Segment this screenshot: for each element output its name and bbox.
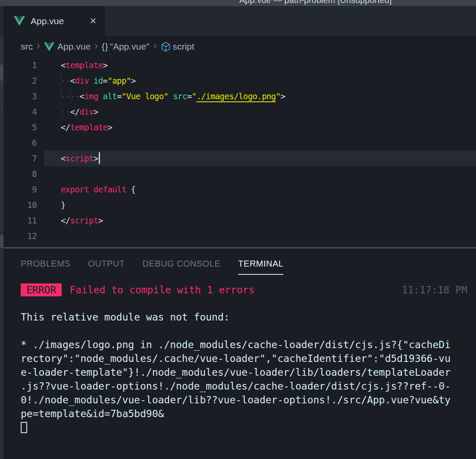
tab-label: App.vue — [31, 16, 64, 26]
close-tab-icon[interactable]: ✕ — [90, 16, 97, 26]
terminal-output[interactable]: This relative module was not found:* ./i… — [21, 296, 469, 434]
indent-guide — [61, 104, 61, 119]
code-line-content[interactable] — [44, 166, 476, 182]
code-line-11[interactable]: 11</script> — [0, 213, 476, 228]
code-line-8[interactable]: 8 — [0, 166, 476, 182]
breadcrumb-item-symbol-app-vue[interactable]: {} "App.vue" — [102, 41, 149, 52]
code-token: < — [70, 107, 75, 116]
indent-guide — [70, 88, 71, 104]
code-line-content[interactable] — [44, 228, 476, 244]
terminal-cursor — [21, 422, 27, 433]
code-token: script — [70, 216, 98, 225]
code-token: > — [131, 76, 136, 85]
code-token: / — [66, 123, 70, 132]
terminal-line: rectory":"node_modules/.cache/vue-loader… — [21, 352, 469, 365]
line-number: 1 — [0, 57, 44, 73]
code-token: " — [276, 91, 281, 101]
code-line-5[interactable]: 5</template> — [0, 119, 476, 135]
code-line-content[interactable]: </template> — [44, 119, 476, 135]
vscode-window: App.vue — path-problem [Unsupported] App… — [0, 0, 476, 459]
code-line-content[interactable]: </script> — [44, 213, 476, 228]
code-token: id — [94, 76, 103, 85]
line-number: 2 — [0, 73, 44, 88]
breadcrumb-item-src[interactable]: src — [21, 41, 33, 52]
window-title-bar: App.vue — path-problem [Unsupported] — [0, 0, 476, 6]
tab-debug-console[interactable]: DEBUG CONSOLE — [142, 259, 220, 275]
terminal-line: e-loader-template"}!./node_modules/vue-l… — [21, 365, 469, 379]
code-token: = — [187, 91, 192, 101]
code-token: > — [103, 60, 108, 70]
terminal-cursor-row — [21, 421, 469, 434]
code-line-content[interactable]: <template> — [44, 57, 476, 73]
symbol-namespace-cube-icon — [160, 41, 171, 52]
code-line-6[interactable]: 6 — [0, 135, 476, 151]
error-timestamp: 11:17:18 PM — [402, 284, 467, 296]
chevron-right-icon: › — [94, 40, 98, 52]
error-message: Failed to compile with 1 errors — [69, 284, 254, 296]
breadcrumb-item-script[interactable]: script — [160, 41, 194, 52]
breadcrumb-item-app-vue[interactable]: App.vue — [44, 41, 91, 52]
code-token: < — [70, 76, 75, 85]
code-line-3[interactable]: 3····<img alt="Vue logo" src="./images/l… — [0, 88, 476, 104]
code-line-content[interactable]: export default { — [44, 182, 476, 197]
code-line-1[interactable]: 1<template> — [0, 57, 476, 73]
code-line-content[interactable]: <script> — [44, 151, 476, 166]
code-token: ./images/logo.png — [196, 91, 276, 101]
code-token: div — [79, 107, 94, 116]
breadcrumb-label: App.vue — [57, 41, 91, 52]
code-line-content[interactable]: } — [44, 197, 476, 213]
code-token: div — [75, 76, 89, 85]
terminal-line: 0!./node_modules/vue-loader/lib??vue-loa… — [21, 393, 469, 407]
object-braces-icon: {} — [102, 42, 108, 52]
code-token: < — [61, 216, 66, 225]
code-token: export default — [61, 185, 126, 194]
code-token: "Vue logo" — [122, 91, 168, 101]
window-title: App.vue — path-problem [Unsupported] — [239, 0, 392, 5]
tab-app-vue[interactable]: App.vue ✕ — [3, 6, 106, 36]
editor-tab-bar: App.vue ✕ — [0, 6, 476, 36]
line-number: 12 — [0, 228, 44, 244]
code-token: template — [66, 60, 103, 70]
code-line-content[interactable] — [44, 135, 476, 151]
code-editor[interactable]: 1<template>2··<div id="app">3····<img al… — [0, 57, 476, 247]
code-line-content[interactable]: ··<div id="app"> — [44, 73, 476, 88]
line-number: 9 — [0, 182, 44, 197]
code-token: > — [98, 216, 103, 225]
code-line-10[interactable]: 10} — [0, 197, 476, 213]
terminal-line: .js??vue-loader-options!./node_modules/c… — [21, 379, 469, 393]
text-cursor — [99, 152, 100, 164]
line-number: 3 — [0, 88, 44, 104]
terminal-line — [21, 324, 469, 338]
error-badge: ERROR — [21, 283, 62, 296]
code-token: alt — [103, 91, 117, 101]
code-token: script — [66, 154, 94, 163]
chevron-right-icon: › — [153, 40, 157, 52]
breadcrumb-label: "App.vue" — [110, 41, 149, 52]
terminal-error-row: ERROR Failed to compile with 1 errors 11… — [21, 283, 467, 297]
line-number: 8 — [0, 166, 44, 182]
code-line-9[interactable]: 9export default { — [0, 182, 476, 197]
terminal-line — [21, 296, 469, 310]
code-line-4[interactable]: 4··</div> — [0, 104, 476, 119]
code-token: < — [79, 91, 84, 101]
code-line-2[interactable]: 2··<div id="app"> — [0, 73, 476, 88]
tab-output[interactable]: OUTPUT — [88, 259, 125, 275]
code-line-content[interactable]: ··</div> — [44, 104, 476, 119]
breadcrumb-label: script — [172, 41, 194, 52]
code-token: "app" — [107, 76, 131, 85]
line-number: 7 — [0, 151, 44, 166]
code-line-content[interactable]: ····<img alt="Vue logo" src="./images/lo… — [44, 88, 476, 104]
terminal-line: This relative module was not found: — [21, 310, 469, 324]
code-token — [89, 76, 94, 85]
code-token: > — [107, 123, 112, 132]
code-token: / — [75, 107, 80, 116]
code-line-12[interactable]: 12 — [0, 228, 476, 244]
code-token: img — [84, 91, 98, 101]
code-token: } — [61, 200, 66, 210]
line-number: 11 — [0, 213, 44, 228]
code-token: " — [192, 91, 197, 101]
tab-terminal[interactable]: TERMINAL — [238, 259, 283, 275]
tab-problems[interactable]: PROBLEMS — [21, 259, 70, 275]
line-number: 10 — [0, 197, 44, 213]
code-line-7[interactable]: 7<script> — [0, 151, 476, 166]
